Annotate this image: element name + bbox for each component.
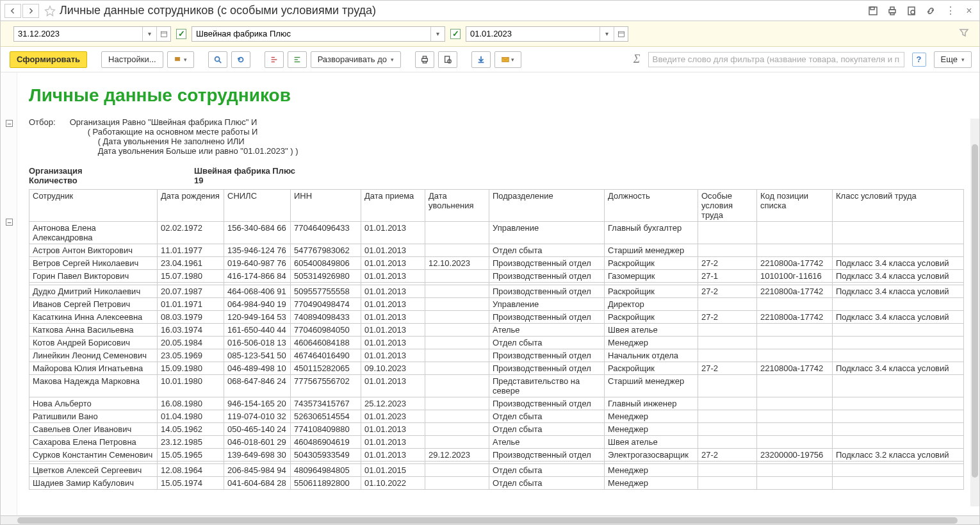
expand-to-button[interactable]: Разворачивать до▾ bbox=[311, 51, 401, 68]
table-row[interactable]: Касаткина Инна Алексеевна08.03.1979120-9… bbox=[29, 311, 964, 324]
table-cell: 161-650-440 44 bbox=[224, 324, 291, 337]
calendar-icon[interactable] bbox=[614, 27, 628, 41]
org-input[interactable] bbox=[192, 27, 430, 41]
table-cell: 15.05.1965 bbox=[158, 449, 224, 462]
table-row[interactable]: Антонова Елена Александровна02.02.197215… bbox=[29, 222, 964, 244]
collapse-all-button[interactable] bbox=[265, 51, 284, 68]
print-icon[interactable] bbox=[886, 4, 899, 17]
generate-button[interactable]: Сформировать bbox=[10, 51, 87, 68]
dropdown-icon[interactable]: ▾ bbox=[142, 27, 156, 41]
table-cell bbox=[425, 222, 489, 244]
quick-filter-input[interactable] bbox=[648, 52, 904, 67]
table-row[interactable]: Цветков Алексей Сергеевич12.08.1964206-8… bbox=[29, 464, 964, 477]
date-end-input[interactable] bbox=[14, 27, 142, 41]
table-cell: 046-489-498 10 bbox=[224, 362, 291, 375]
table-cell bbox=[757, 222, 833, 244]
more-menu-icon[interactable]: ⋮ bbox=[943, 4, 956, 17]
print-preview-button[interactable] bbox=[438, 51, 457, 68]
column-header[interactable]: Подразделение bbox=[489, 190, 605, 222]
table-cell bbox=[698, 436, 757, 449]
more-button[interactable]: Еще▾ bbox=[934, 51, 972, 68]
table-cell: Менеджер bbox=[605, 464, 698, 477]
email-button[interactable]: ▾ bbox=[494, 51, 521, 68]
table-cell: Старший менеджер bbox=[605, 244, 698, 257]
save-report-button[interactable] bbox=[471, 51, 491, 68]
favorite-star-icon[interactable] bbox=[43, 5, 57, 17]
table-row[interactable]: Дудко Дмитрий Николаевич20.07.1987464-06… bbox=[29, 285, 964, 298]
column-header[interactable]: Дата рождения bbox=[158, 190, 224, 222]
calendar-icon[interactable] bbox=[156, 27, 170, 41]
date-start-input[interactable] bbox=[466, 27, 600, 41]
column-header[interactable]: ИНН bbox=[291, 190, 361, 222]
table-cell: 14.05.1962 bbox=[158, 423, 224, 436]
table-cell bbox=[698, 298, 757, 311]
link-icon[interactable] bbox=[924, 4, 937, 17]
table-cell: Производственный отдел bbox=[489, 270, 605, 283]
refresh-button[interactable] bbox=[231, 51, 250, 68]
date-start-checkbox[interactable]: ✓ bbox=[450, 29, 461, 39]
sigma-icon[interactable]: Σ bbox=[633, 53, 641, 66]
table-row[interactable]: Савельев Олег Иванович14.05.1962050-465-… bbox=[29, 423, 964, 436]
table-row[interactable]: Сахарова Елена Петровна23.12.1985046-018… bbox=[29, 436, 964, 449]
org-field[interactable]: ▾ bbox=[192, 26, 445, 42]
table-cell: 467464016490 bbox=[291, 349, 361, 362]
dropdown-icon[interactable]: ▾ bbox=[600, 27, 614, 41]
table-cell bbox=[425, 349, 489, 362]
column-header[interactable]: СНИЛС bbox=[224, 190, 291, 222]
preview-icon[interactable] bbox=[905, 4, 918, 17]
expand-all-button[interactable] bbox=[288, 51, 307, 68]
column-header[interactable]: Код позиции списка bbox=[757, 190, 833, 222]
table-cell: 01.01.2023 bbox=[361, 410, 425, 423]
table-cell: Антонова Елена Александровна bbox=[29, 222, 158, 244]
date-end-field[interactable]: ▾ bbox=[13, 26, 171, 42]
table-row[interactable]: Котов Андрей Борисович20.05.1984016-506-… bbox=[29, 337, 964, 349]
vertical-scrollbar[interactable] bbox=[970, 119, 979, 506]
table-row[interactable]: Сурков Константин Семенович15.05.1965139… bbox=[29, 449, 964, 462]
print-button[interactable] bbox=[415, 51, 434, 68]
table-row[interactable]: Макова Надежда Марковна10.01.1980068-647… bbox=[29, 375, 964, 397]
table-cell bbox=[757, 375, 833, 397]
find-button[interactable] bbox=[208, 51, 227, 68]
save-icon[interactable] bbox=[867, 4, 879, 17]
table-row[interactable]: Линейкин Леонид Семенович23.05.1969085-1… bbox=[29, 349, 964, 362]
table-cell: Менеджер bbox=[605, 477, 698, 490]
table-cell: Представительство на севере bbox=[489, 375, 605, 397]
column-header[interactable]: Особые условия труда bbox=[698, 190, 757, 222]
table-row[interactable]: Астров Антон Викторович11.01.1977135-946… bbox=[29, 244, 964, 257]
filter-funnel-icon[interactable] bbox=[959, 28, 972, 40]
table-row[interactable]: Ратишвили Вано01.04.1980119-074-010 3252… bbox=[29, 410, 964, 423]
nav-back-button[interactable] bbox=[4, 4, 21, 18]
table-row[interactable]: Майорова Юлия Игнатьевна15.09.1980046-48… bbox=[29, 362, 964, 375]
column-header[interactable]: Дата увольнения bbox=[425, 190, 489, 222]
close-button[interactable]: × bbox=[963, 4, 976, 17]
table-row[interactable]: Горин Павел Викторович15.07.1980416-174-… bbox=[29, 270, 964, 283]
help-button[interactable]: ? bbox=[912, 53, 926, 67]
table-row[interactable]: Ветров Сергей Николаевич23.04.1961019-64… bbox=[29, 257, 964, 270]
quick-filter-field[interactable] bbox=[648, 52, 904, 67]
settings-button[interactable]: Настройки... bbox=[101, 51, 163, 68]
collapse-toggle[interactable]: – bbox=[6, 120, 13, 127]
table-row[interactable]: Нова Альберто16.08.1980946-154-165 20743… bbox=[29, 397, 964, 410]
dropdown-icon[interactable]: ▾ bbox=[430, 27, 445, 41]
table-row[interactable]: Шадиев Замир Кабулович15.05.1974041-604-… bbox=[29, 477, 964, 490]
date-start-field[interactable]: ▾ bbox=[466, 26, 628, 42]
table-cell bbox=[757, 477, 833, 490]
table-cell: 770460984050 bbox=[291, 324, 361, 337]
org-filter-checkbox[interactable]: ✓ bbox=[176, 29, 186, 39]
table-cell: Старший менеджер bbox=[605, 375, 698, 397]
table-cell: 041-604-684 28 bbox=[224, 477, 291, 490]
table-cell bbox=[833, 337, 964, 349]
column-header[interactable]: Дата приема bbox=[361, 190, 425, 222]
table-row[interactable]: Иванов Сергей Петрович01.01.1971064-984-… bbox=[29, 298, 964, 311]
column-header[interactable]: Класс условий труда bbox=[833, 190, 964, 222]
table-row[interactable]: Каткова Анна Васильевна16.03.1974161-650… bbox=[29, 324, 964, 337]
table-cell: Электрогазосварщик bbox=[605, 449, 698, 462]
settings-variants-button[interactable]: ▾ bbox=[167, 51, 194, 68]
page-title: Личные данные сотрудников (с особыми усл… bbox=[60, 4, 376, 17]
horizontal-scrollbar[interactable] bbox=[1, 515, 979, 524]
table-cell bbox=[833, 244, 964, 257]
column-header[interactable]: Должность bbox=[605, 190, 698, 222]
nav-forward-button[interactable] bbox=[22, 4, 39, 18]
column-header[interactable]: Сотрудник bbox=[29, 190, 158, 222]
collapse-toggle[interactable]: – bbox=[6, 219, 13, 226]
